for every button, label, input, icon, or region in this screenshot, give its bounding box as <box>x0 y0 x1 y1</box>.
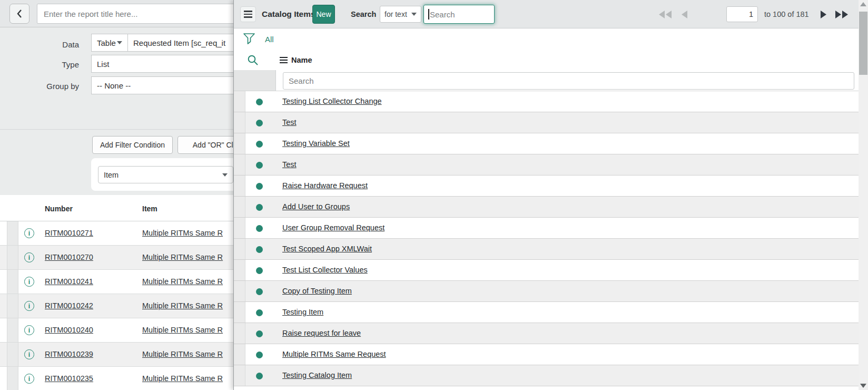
row-gutter[interactable] <box>234 197 245 217</box>
row-gutter[interactable] <box>234 302 245 323</box>
record-item-link[interactable]: Multiple RITMs Same R <box>142 326 223 334</box>
hamburger-icon <box>244 11 252 12</box>
data-type-value: Table <box>97 38 116 47</box>
row-gutter[interactable] <box>234 112 245 133</box>
info-icon[interactable]: i <box>24 325 34 335</box>
catalog-list: Testing List Collector ChangeTestTesting… <box>234 91 859 386</box>
catalog-item-link[interactable]: Add User to Groups <box>282 202 350 211</box>
caret-down-icon <box>117 41 122 44</box>
record-dot-icon <box>256 99 263 105</box>
catalog-item-link[interactable]: Testing Item <box>282 308 323 316</box>
record-item-link[interactable]: Multiple RITMs Same R <box>142 277 223 286</box>
column-header-name[interactable]: Name <box>280 50 312 70</box>
catalog-item-link[interactable]: Copy of Testing Item <box>282 287 352 295</box>
row-gutter[interactable] <box>7 221 18 245</box>
catalog-item-link[interactable]: Test <box>282 160 297 169</box>
vertical-scrollbar[interactable] <box>859 0 868 390</box>
condition-field-select[interactable]: Item <box>98 166 233 183</box>
record-item-link[interactable]: Multiple RITMs Same R <box>142 374 223 383</box>
last-page-button[interactable] <box>834 0 850 28</box>
catalog-item-link[interactable]: Testing List Collector Change <box>282 97 382 105</box>
column-header-item[interactable]: Item <box>142 204 157 213</box>
row-gutter[interactable] <box>234 175 245 196</box>
row-gutter[interactable] <box>234 218 245 238</box>
column-search-toggle[interactable] <box>246 54 259 66</box>
list-item: Raise Hardware Request <box>234 175 859 197</box>
row-gutter[interactable] <box>7 343 18 366</box>
list-item: Testing Variable Set <box>234 133 859 154</box>
back-button[interactable] <box>9 4 29 24</box>
global-search-input[interactable] <box>423 5 495 24</box>
info-icon[interactable]: i <box>24 277 34 287</box>
data-type-select[interactable]: Table <box>91 34 128 52</box>
info-icon[interactable]: i <box>24 349 34 359</box>
info-icon[interactable]: i <box>24 252 34 262</box>
breadcrumb-all-link[interactable]: All <box>265 28 274 50</box>
info-icon[interactable]: i <box>24 228 34 238</box>
list-item: Test <box>234 112 859 133</box>
panel-title: Catalog Items <box>262 0 315 28</box>
row-gutter[interactable] <box>234 323 245 344</box>
add-filter-condition-button[interactable]: Add Filter Condition <box>92 136 173 154</box>
record-item-link[interactable]: Multiple RITMs Same R <box>142 253 223 261</box>
record-item-link[interactable]: Multiple RITMs Same R <box>142 350 223 358</box>
row-gutter[interactable] <box>7 270 18 294</box>
filter-toggle[interactable] <box>242 32 256 47</box>
record-number-link[interactable]: RITM0010239 <box>45 350 93 358</box>
column-header-number[interactable]: Number <box>45 204 73 213</box>
row-gutter[interactable] <box>234 344 245 365</box>
search-scope-select[interactable]: for text <box>380 6 421 23</box>
record-dot-icon <box>256 330 263 337</box>
row-gutter[interactable] <box>234 365 245 386</box>
row-gutter[interactable] <box>7 246 18 269</box>
info-icon[interactable]: i <box>24 301 34 311</box>
catalog-item-link[interactable]: Test <box>282 118 297 126</box>
caret-down-icon <box>411 13 417 16</box>
record-dot-icon <box>256 309 263 316</box>
list-menu-button[interactable] <box>240 6 256 22</box>
next-page-button[interactable] <box>820 0 827 28</box>
row-gutter[interactable] <box>234 91 245 112</box>
row-gutter[interactable] <box>234 281 245 301</box>
record-number-link[interactable]: RITM0010270 <box>45 253 93 261</box>
record-number-link[interactable]: RITM0010242 <box>45 301 93 310</box>
data-table-field[interactable]: Requested Item [sc_req_it <box>128 34 239 52</box>
record-number-link[interactable]: RITM0010240 <box>45 326 93 334</box>
row-gutter[interactable] <box>234 260 245 280</box>
scrollbar-thumb[interactable] <box>859 12 867 75</box>
data-label: Data <box>0 40 79 49</box>
group-by-select[interactable]: -- None -- <box>91 76 239 94</box>
type-select[interactable]: List <box>91 55 239 73</box>
row-gutter[interactable] <box>234 133 245 154</box>
list-item: Testing Catalog Item <box>234 365 859 386</box>
catalog-item-link[interactable]: Testing Catalog Item <box>282 371 352 379</box>
record-item-link[interactable]: Multiple RITMs Same R <box>142 301 223 310</box>
catalog-item-link[interactable]: Test List Collector Values <box>282 266 368 274</box>
catalog-item-link[interactable]: Multiple RITMs Same Request <box>282 350 386 358</box>
scroll-down-icon[interactable] <box>860 384 866 388</box>
catalog-item-link[interactable]: Test Scoped App XMLWait <box>282 245 372 253</box>
row-gutter[interactable] <box>7 294 18 318</box>
row-gutter[interactable] <box>234 154 245 175</box>
row-gutter[interactable] <box>7 367 18 390</box>
row-gutter[interactable] <box>7 318 18 342</box>
catalog-item-link[interactable]: Raise Hardware Request <box>282 181 368 190</box>
record-number-link[interactable]: RITM0010241 <box>45 277 93 286</box>
record-dot-icon <box>256 288 263 295</box>
prev-page-button[interactable] <box>680 0 688 28</box>
row-gutter[interactable] <box>234 239 245 259</box>
info-icon[interactable]: i <box>24 374 34 384</box>
record-number-link[interactable]: RITM0010235 <box>45 374 93 383</box>
record-item-link[interactable]: Multiple RITMs Same R <box>142 229 223 237</box>
catalog-item-link[interactable]: Testing Variable Set <box>282 139 350 148</box>
page-number-input[interactable] <box>726 6 758 22</box>
catalog-header-bar: Catalog Items New Search for text <box>234 0 859 28</box>
scroll-up-icon[interactable] <box>860 2 866 6</box>
new-button[interactable]: New <box>312 5 335 24</box>
filter-breadcrumb-row: All <box>234 28 859 50</box>
catalog-item-link[interactable]: Raise request for leave <box>282 329 361 337</box>
record-number-link[interactable]: RITM0010271 <box>45 229 93 237</box>
first-page-button[interactable] <box>658 0 674 28</box>
name-column-search-input[interactable] <box>283 72 854 90</box>
catalog-item-link[interactable]: User Group Removal Request <box>282 223 384 232</box>
